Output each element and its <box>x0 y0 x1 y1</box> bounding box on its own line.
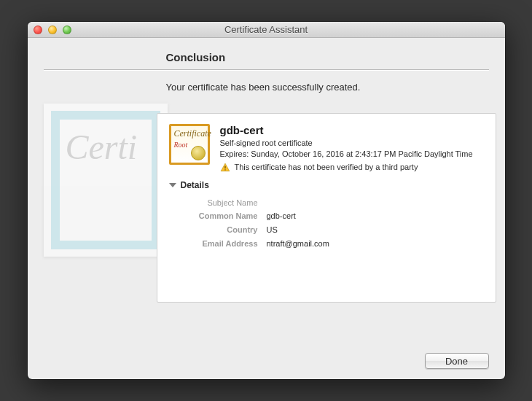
certificate-type: Self-signed root certificate <box>220 138 484 149</box>
certificate-icon: Certificate Root <box>169 124 210 165</box>
details-value: gdb-cert <box>267 209 296 223</box>
footer: Done <box>44 344 489 369</box>
seal-icon <box>191 146 206 160</box>
details-key: Email Address <box>169 237 267 251</box>
certificate-expires: Expires: Sunday, October 16, 2016 at 2:4… <box>220 149 484 160</box>
details-label: Details <box>181 180 209 190</box>
minimize-icon[interactable] <box>48 26 57 34</box>
details-value: US <box>267 223 278 237</box>
certificate-panel: Certificate Root gdb-cert Self-signed ro… <box>157 113 496 303</box>
certificate-info: gdb-cert Self-signed root certificate Ex… <box>220 124 484 173</box>
divider <box>44 69 489 70</box>
close-icon[interactable] <box>34 26 42 34</box>
svg-rect-1 <box>224 169 225 170</box>
success-message: Your certificate has been successfully c… <box>166 82 489 93</box>
details-key: Country <box>169 223 267 237</box>
details-row: Country US <box>169 223 484 237</box>
svg-rect-0 <box>224 166 225 168</box>
certificate-name: gdb-cert <box>220 124 484 136</box>
details-row: Common Name gdb-cert <box>169 209 484 223</box>
zoom-icon[interactable] <box>63 26 71 34</box>
details-section: Subject Name <box>169 196 267 210</box>
decorative-script-text: Certi <box>66 127 138 167</box>
window-controls <box>28 26 71 34</box>
warning-icon <box>220 163 230 173</box>
page-title: Conclusion <box>166 51 489 63</box>
details-disclosure[interactable]: Details <box>169 180 484 190</box>
details-row: Email Address ntraft@gmail.com <box>169 237 484 251</box>
details-value: ntraft@gmail.com <box>267 237 329 251</box>
done-button[interactable]: Done <box>425 353 489 369</box>
dialog-window: Certificate Assistant Certi Conclusion Y… <box>28 22 505 379</box>
content-area: Certi Conclusion Your certificate has be… <box>28 38 505 379</box>
certificate-warning: This certificate has not been verified b… <box>220 162 484 173</box>
titlebar: Certificate Assistant <box>28 22 505 38</box>
chevron-down-icon <box>169 183 176 187</box>
details-key: Common Name <box>169 209 267 223</box>
certificate-warning-text: This certificate has not been verified b… <box>235 162 418 173</box>
certificate-decorative-image: Certi <box>44 104 168 257</box>
certificate-header: Certificate Root gdb-cert Self-signed ro… <box>169 124 484 173</box>
details-table: Subject Name Common Name gdb-cert Countr… <box>169 196 484 251</box>
window-title: Certificate Assistant <box>28 24 505 35</box>
